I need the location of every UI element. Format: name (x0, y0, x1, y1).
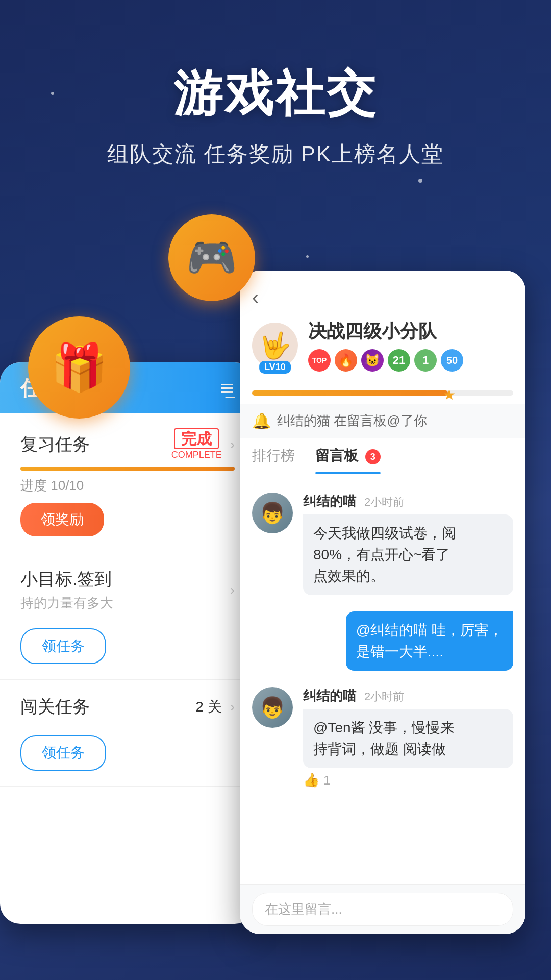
phone-right: ‹ 🤟 LV10 决战四级小分队 TOP 🔥 (240, 271, 525, 934)
complete-text: 完成 (174, 428, 219, 449)
like-icon-3[interactable]: 👍 (303, 772, 319, 788)
complete-sub: COMPLETE (171, 450, 222, 460)
badge-top-label: TOP (312, 356, 327, 364)
bubble-2: @纠结的喵 哇，厉害，是错一大半.... (346, 611, 513, 671)
bubble-3: @Ten酱 没事，慢慢来持背词，做题 阅读做 (303, 709, 513, 768)
right-phone-header: ‹ 🤟 LV10 决战四级小分队 TOP 🔥 (240, 271, 525, 382)
progress-fill-1 (20, 467, 235, 471)
task-name-2: 小目标.签到 (20, 568, 113, 591)
chevron-right-1: › (230, 436, 235, 453)
lv-badge: LV10 (259, 361, 291, 374)
claim-btn-1[interactable]: 领奖励 (20, 503, 104, 536)
complete-badge: 完成 COMPLETE › (171, 429, 235, 460)
group-badges: TOP 🔥 😺 21 1 (308, 349, 463, 372)
tab-leaderboard[interactable]: 排行榜 (252, 438, 295, 474)
msg-avatar-3: 👦 (252, 687, 293, 728)
bubble-1: 今天我做四级试卷，阅80%，有点开心~看了点效果的。 (303, 514, 513, 595)
group-name: 决战四级小分队 (308, 319, 463, 344)
sender-3: 纠结的喵 (303, 687, 356, 705)
avatar-emoji-1: 👦 (260, 501, 285, 525)
message-item-1: 👦 纠结的喵 2小时前 今天我做四级试卷，阅80%，有点开心~看了点效果的。 (240, 484, 525, 603)
input-bar: 在这里留言... (240, 884, 525, 934)
sender-1: 纠结的喵 (303, 493, 356, 510)
badge-top: TOP (308, 349, 331, 372)
header-section: 游戏社交 组队交流 任务奖励 PK上榜名人堂 (0, 0, 551, 168)
msg-content-1: 纠结的喵 2小时前 今天我做四级试卷，阅80%，有点开心~看了点效果的。 (303, 493, 513, 595)
bubble-text-2: @纠结的喵 哇，厉害，是错一大半.... (356, 622, 503, 659)
progress-text-1: 进度 10/10 (20, 477, 235, 495)
filter-icon[interactable]: ≡̲ (219, 377, 235, 399)
msg-header-1: 纠结的喵 2小时前 (303, 493, 513, 510)
tab-badge: 3 (365, 449, 381, 464)
group-avatar: 🤟 LV10 (252, 323, 298, 369)
gamepad-icon: 🎮 (186, 234, 237, 282)
star-3 (306, 255, 309, 258)
star-2 (418, 179, 422, 183)
badge-21: 21 (388, 349, 410, 372)
badge-cat: 😺 (361, 349, 384, 372)
back-button[interactable]: ‹ (252, 286, 513, 309)
claim-btn-3[interactable]: 领任务 (20, 735, 106, 771)
bubble-text-1: 今天我做四级试卷，阅80%，有点开心~看了点效果的。 (313, 525, 456, 584)
task-name-1: 复习任务 (20, 433, 90, 456)
time-1: 2小时前 (364, 495, 404, 510)
group-details: 决战四级小分队 TOP 🔥 😺 21 (308, 319, 463, 372)
tab-message-board[interactable]: 留言板 3 (315, 438, 381, 474)
task-item-1: 复习任务 完成 COMPLETE › 进度 10/10 领奖励 (0, 413, 255, 552)
input-placeholder[interactable]: 在这里留言... (252, 893, 513, 926)
msg-meta-3: 👍 1 (303, 772, 513, 788)
phone-left: 任务 ≡̲ 复习任务 完成 COMPLETE › 进度 10/10 领奖励 (0, 362, 255, 924)
bubble-text-3: @Ten酱 没事，慢慢来持背词，做题 阅读做 (313, 720, 455, 757)
claim-btn-2[interactable]: 领任务 (20, 628, 106, 664)
like-count-3: 1 (323, 773, 330, 788)
chevron-right-2: › (230, 582, 235, 598)
group-info: 🤟 LV10 决战四级小分队 TOP 🔥 😺 (252, 319, 513, 382)
badge-50: 50 (441, 349, 463, 372)
bell-icon: 🔔 (252, 412, 271, 430)
task-sub-2: 持的力量有多大 (20, 594, 113, 612)
message-item-3: 👦 纠结的喵 2小时前 @Ten酱 没事，慢慢来持背词，做题 阅读做 👍 1 (240, 679, 525, 796)
messages-area: 👦 纠结的喵 2小时前 今天我做四级试卷，阅80%，有点开心~看了点效果的。 (240, 474, 525, 806)
group-avatar-emoji: 🤟 (259, 331, 291, 360)
main-title: 游戏社交 (0, 61, 551, 128)
msg-content-2: @纠结的喵 哇，厉害，是错一大半.... (252, 611, 513, 671)
badge-1: 1 (414, 349, 437, 372)
avatar-emoji-3: 👦 (260, 696, 285, 720)
game-circle: 🎮 (168, 214, 255, 301)
exp-star: ★ (443, 386, 456, 403)
sub-title: 组队交流 任务奖励 PK上榜名人堂 (0, 140, 551, 168)
message-item-2: @纠结的喵 哇，厉害，是错一大半.... (240, 603, 525, 679)
gift-circle: 🎁 (28, 316, 130, 419)
badge-flame: 🔥 (335, 349, 357, 372)
exp-bar-fill (252, 390, 448, 396)
tabs-bar: 排行榜 留言板 3 (240, 438, 525, 474)
notification-text: 纠结的猫 在留言板@了你 (277, 412, 427, 430)
msg-content-3: 纠结的喵 2小时前 @Ten酱 没事，慢慢来持背词，做题 阅读做 👍 1 (303, 687, 513, 788)
msg-header-3: 纠结的喵 2小时前 (303, 687, 513, 705)
msg-avatar-1: 👦 (252, 493, 293, 533)
gift-icon: 🎁 (51, 341, 108, 395)
task-count-3: 2 关 (195, 697, 221, 717)
task-name-3: 闯关任务 (20, 695, 90, 719)
notification-bar: 🔔 纠结的猫 在留言板@了你 (240, 404, 525, 438)
chevron-right-3: › (230, 699, 235, 715)
task-item-2: 小目标.签到 持的力量有多大 › 领任务 (0, 552, 255, 680)
time-3: 2小时前 (364, 689, 404, 704)
task-item-3: 闯关任务 2 关 › 领任务 (0, 680, 255, 787)
exp-bar: ★ (252, 390, 513, 396)
progress-bar-1 (20, 467, 235, 471)
